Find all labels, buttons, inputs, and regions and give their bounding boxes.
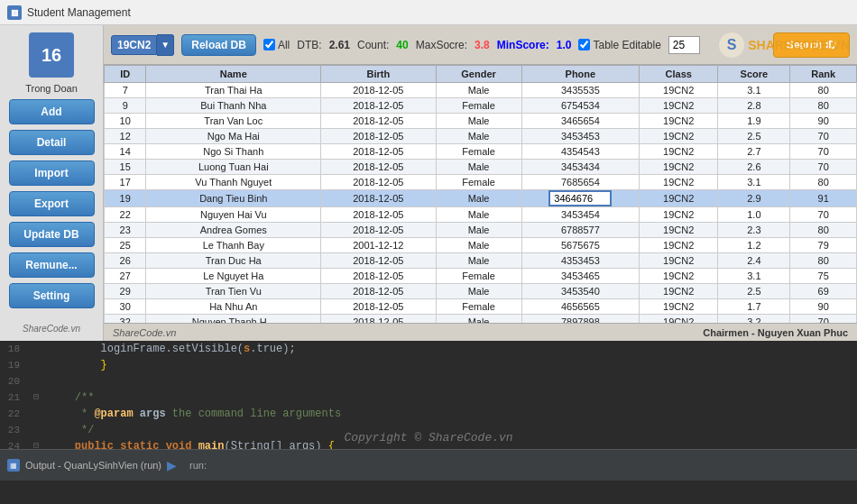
class-dropdown-arrow[interactable]: ▼ — [157, 34, 174, 56]
play-button[interactable]: ▶ — [167, 458, 177, 472]
cell-rank: 75 — [790, 269, 857, 284]
cell-rank: 79 — [790, 238, 857, 253]
cell-name: Ngo Ma Hai — [146, 129, 321, 144]
line-num-18: 18 — [0, 341, 27, 357]
col-birth: Birth — [321, 66, 437, 83]
cell-name: Tran Thai Ha — [146, 83, 321, 98]
cell-id: 17 — [105, 175, 146, 190]
brand-logo: S SHARECODE.VN — [719, 32, 850, 58]
cell-birth: 2018-12-05 — [321, 83, 437, 98]
table-row[interactable]: 19Dang Tieu Binh2018-12-05Male19CN22.991 — [105, 190, 857, 207]
cell-name: Vu Thanh Nguyet — [146, 175, 321, 190]
cell-birth: 2018-12-05 — [321, 269, 437, 284]
brand-name: SHARECODE — [748, 38, 828, 52]
table-row[interactable]: 17Vu Thanh Nguyet2018-12-05Female7685654… — [105, 175, 857, 190]
table-editable-checkbox[interactable] — [578, 39, 590, 50]
cell-rank: 70 — [790, 160, 857, 175]
line-content-22: * @param args the command line arguments — [45, 406, 857, 422]
export-button[interactable]: Export — [9, 191, 95, 216]
line-num-22: 22 — [0, 406, 27, 422]
phone-edit-input[interactable] — [548, 190, 612, 206]
cell-phone: 3453434 — [521, 160, 640, 175]
output-title: Output - QuanLySinhVien (run) — [25, 460, 161, 471]
col-phone: Phone — [521, 66, 640, 83]
cell-gender: Male — [436, 190, 521, 207]
cell-id: 26 — [105, 253, 146, 269]
cell-name: Bui Thanh Nha — [146, 98, 321, 114]
table-row[interactable]: 27Le Nguyet Ha2018-12-05Female345346519C… — [105, 269, 857, 284]
cell-name: Ngo Si Thanh — [146, 144, 321, 160]
cell-id: 27 — [105, 269, 146, 284]
code-line-20: 20 — [0, 373, 857, 389]
cell-class: 19CN2 — [640, 207, 718, 223]
table-row[interactable]: 26Tran Duc Ha2018-12-05Male435345319CN22… — [105, 253, 857, 269]
class-selector[interactable]: 19CN2 ▼ — [111, 34, 174, 56]
table-editable-label[interactable]: Table Editable — [578, 39, 660, 51]
cell-gender: Male — [436, 160, 521, 175]
fold-icon-21[interactable]: ⊟ — [33, 389, 39, 406]
cell-phone: 3453465 — [521, 269, 640, 284]
student-table: ID Name Birth Gender Phone Class Score R… — [104, 65, 857, 323]
line-gutter-23 — [27, 422, 45, 438]
add-button[interactable]: Add — [9, 99, 95, 124]
remune-button[interactable]: Remune... — [9, 252, 95, 278]
cell-gender: Male — [436, 83, 521, 98]
cell-phone: 4353453 — [521, 253, 640, 269]
cell-birth: 2018-12-05 — [321, 315, 437, 324]
table-row[interactable]: 23Andrea Gomes2018-12-05Male678857719CN2… — [105, 223, 857, 238]
cell-id: 14 — [105, 144, 146, 160]
import-button[interactable]: Import — [9, 160, 95, 186]
table-row[interactable]: 29Tran Tien Vu2018-12-05Male345354019CN2… — [105, 284, 857, 299]
update-db-button[interactable]: Update DB — [9, 222, 95, 247]
cell-name: Tran Van Loc — [146, 114, 321, 129]
table-row[interactable]: 10Tran Van Loc2018-12-05Male346565419CN2… — [105, 114, 857, 129]
cell-gender: Female — [436, 269, 521, 284]
cell-id: 10 — [105, 114, 146, 129]
cell-gender: Male — [436, 284, 521, 299]
cell-rank: 70 — [790, 207, 857, 223]
window-titlebar: ▦ Student Management — [0, 0, 857, 25]
brand-domain: .VN — [829, 38, 850, 52]
cell-phone: 4656565 — [521, 299, 640, 315]
cell-phone: 7685654 — [521, 175, 640, 190]
cell-class: 19CN2 — [640, 284, 718, 299]
all-checkbox[interactable] — [263, 39, 275, 50]
all-checkbox-label[interactable]: All — [263, 39, 290, 51]
cell-score: 1.0 — [718, 207, 790, 223]
cell-id: 23 — [105, 223, 146, 238]
reload-db-button[interactable]: Reload DB — [181, 34, 256, 56]
cell-birth: 2018-12-05 — [321, 160, 437, 175]
table-row[interactable]: 7Tran Thai Ha2018-12-05Male343553519CN23… — [105, 83, 857, 98]
cell-class: 19CN2 — [640, 253, 718, 269]
table-row[interactable]: 12Ngo Ma Hai2018-12-05Male345345319CN22.… — [105, 129, 857, 144]
score-input[interactable]: 25 — [668, 36, 700, 54]
class-dropdown[interactable]: 19CN2 — [111, 35, 157, 55]
setting-button[interactable]: Setting — [9, 283, 95, 308]
table-row[interactable]: 22Nguyen Hai Vu2018-12-05Male345345419CN… — [105, 207, 857, 223]
cell-score: 1.9 — [718, 114, 790, 129]
cell-id: 15 — [105, 160, 146, 175]
cell-name: Nguyen Thanh H... — [146, 315, 321, 324]
min-score-label: MinScore: — [497, 39, 549, 51]
fold-icon-24[interactable]: ⊟ — [33, 438, 39, 449]
cell-birth: 2018-12-05 — [321, 207, 437, 223]
cell-class: 19CN2 — [640, 83, 718, 98]
table-row[interactable]: 30Ha Nhu An2018-12-05Female465656519CN21… — [105, 299, 857, 315]
line-content-19: } — [45, 357, 857, 373]
cell-birth: 2018-12-05 — [321, 114, 437, 129]
table-row[interactable]: 32Nguyen Thanh H...2018-12-05Male7897898… — [105, 315, 857, 324]
table-row[interactable]: 14Ngo Si Thanh2018-12-05Female435454319C… — [105, 144, 857, 160]
main-container: 16 Trong Doan Add Detail Import Export U… — [0, 25, 857, 341]
cell-class: 19CN2 — [640, 160, 718, 175]
table-row[interactable]: 15Luong Tuan Hai2018-12-05Male345343419C… — [105, 160, 857, 175]
detail-button[interactable]: Detail — [9, 130, 95, 155]
count-label: Count: — [357, 39, 389, 51]
line-num-24: 24 — [0, 438, 27, 449]
line-content-20 — [45, 373, 857, 389]
table-row[interactable]: 25Le Thanh Bay2001-12-12Male567567519CN2… — [105, 238, 857, 253]
cell-score: 2.6 — [718, 160, 790, 175]
table-row[interactable]: 9Bui Thanh Nha2018-12-05Female675453419C… — [105, 98, 857, 114]
cell-name: Le Thanh Bay — [146, 238, 321, 253]
cell-class: 19CN2 — [640, 299, 718, 315]
cell-gender: Male — [436, 207, 521, 223]
